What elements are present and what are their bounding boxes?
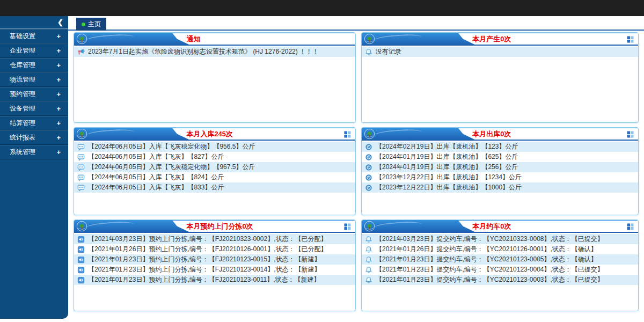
outbound-list-item[interactable]: 【2024年01月19日】出库【废机油】【256】公斤 [362, 162, 638, 172]
topbar [0, 0, 644, 16]
plus-icon: + [56, 90, 61, 98]
plus-icon: + [56, 119, 61, 127]
panel-monthly-vehicle-booking-header: 本月约车0次 [362, 220, 638, 233]
grid-toggle-icon[interactable] [627, 36, 634, 43]
inbound-list-item[interactable]: 【2024年06月05日】入库【飞灰稳定化物】【967.5】公斤 [74, 162, 355, 172]
clock-circle-icon [365, 174, 372, 181]
sidebar-item-label: 基础设置 [10, 32, 35, 41]
sidebar-item-statistics-reports[interactable]: 统计报表 + [0, 130, 68, 145]
sidebar-item-basic-settings[interactable]: 基础设置 + [0, 29, 68, 43]
grid-toggle-icon[interactable] [627, 223, 634, 230]
comment-icon [77, 143, 85, 151]
bell-icon [365, 246, 372, 253]
tab-active-dot-icon [82, 23, 85, 26]
sidebar-item-label: 系统管理 [10, 148, 35, 157]
grid-toggle-icon[interactable] [344, 223, 351, 230]
sidebar-item-label: 统计报表 [10, 133, 35, 142]
outbound-list-item[interactable]: 【2024年02月19日】出库【废机油】【123】公斤 [362, 142, 638, 152]
sidebar-item-reservation-management[interactable]: 预约管理 + [0, 87, 68, 101]
produce-list-item[interactable]: 没有记录 [362, 47, 638, 57]
clock-circle-icon [365, 153, 372, 161]
plus-icon: + [56, 76, 61, 84]
sidebar-item-enterprise-management[interactable]: 企业管理 + [0, 43, 68, 58]
outbound-list-item[interactable]: 【2024年01月19日】出库【废机油】【625】公斤 [362, 152, 638, 162]
vehicle-list-item[interactable]: 【2021年01月23日】提交约车,编号：【YC20210123-0004】,状… [362, 265, 638, 275]
plus-icon: + [56, 134, 61, 142]
sidebar-item-label: 仓库管理 [10, 61, 35, 70]
swoosh-decoration [86, 128, 135, 139]
panel-monthly-produce: 本月产生0次 没有记录 [361, 32, 639, 123]
notice-list-item[interactable]: 2023年7月1日起实施《危险废物识别标志设置技术规范》 (HJ 1276-20… [74, 47, 355, 57]
sorting-list-item[interactable]: 【2021年01月23日】预约上门分拣,编号：【FJ20210123-0014】… [74, 265, 355, 275]
panel-monthly-vehicle-booking-title: 本月约车0次 [458, 222, 511, 231]
speaker-icon [77, 256, 85, 264]
swoosh-decoration [374, 128, 422, 139]
bell-icon [365, 266, 372, 274]
grid-toggle-icon[interactable] [627, 131, 634, 138]
megaphone-icon [77, 48, 85, 56]
swoosh-decoration [86, 221, 135, 231]
clock-circle-icon [365, 143, 372, 151]
collapse-sidebar-icon[interactable]: ❮ [57, 18, 63, 26]
panel-monthly-outbound-header: 本月出库0次 [362, 128, 638, 141]
inbound-list-item[interactable]: 【2024年06月05日】入库【飞灰】【833】公斤 [74, 182, 355, 193]
panel-monthly-inbound-title: 本月入库245次 [172, 129, 233, 139]
sidebar-item-warehouse-management[interactable]: 仓库管理 + [0, 58, 68, 72]
speaker-icon [77, 276, 85, 284]
swoosh-decoration [374, 33, 422, 44]
sorting-list-item[interactable]: 【2021年01月23日】预约上门分拣,编号：【FJ20210123-0011】… [74, 275, 355, 285]
clock-circle-icon [365, 164, 372, 171]
tab-home[interactable]: 主页 [76, 18, 106, 31]
sidebar-item-label: 物流管理 [10, 75, 35, 84]
bell-icon [365, 256, 372, 264]
globe-icon [364, 33, 375, 45]
outbound-list-item[interactable]: 【2023年12月22日】出库【废机油】【1234】公斤 [362, 172, 638, 182]
vehicle-list-item[interactable]: 【2021年03月23日】提交约车,编号：【YC20210323-0008】,状… [362, 234, 638, 244]
sidebar-item-label: 结算管理 [10, 119, 35, 128]
sidebar-item-logistics-management[interactable]: 物流管理 + [0, 72, 68, 87]
panel-notice: 通知 2023年7月1日起实施《危险废物识别标志设置技术规范》 (HJ 1276… [74, 32, 356, 123]
sorting-list-item[interactable]: 【2021年03月23日】预约上门分拣,编号：【FJ20210323-0002】… [74, 234, 355, 244]
bell-icon [365, 236, 372, 243]
comment-icon [77, 164, 85, 171]
sidebar-item-equipment-management[interactable]: 设备管理 + [0, 101, 68, 116]
sidebar-item-settlement-management[interactable]: 结算管理 + [0, 116, 68, 130]
plus-icon: + [56, 32, 61, 40]
panel-monthly-door-sorting-title: 本月预约上门分拣0次 [172, 222, 253, 231]
vehicle-list-item[interactable]: 【2021年01月23日】提交约车,编号：【YC20210123-0005】,状… [362, 254, 638, 265]
panel-monthly-outbound: 本月出库0次 【2024年02月19日】出库【废机油】【123】公斤 【2024… [361, 127, 639, 215]
plus-icon: + [56, 47, 61, 55]
speaker-icon [77, 236, 85, 243]
grid-toggle-icon[interactable] [344, 131, 351, 138]
globe-icon [76, 33, 87, 45]
panel-monthly-door-sorting-header: 本月预约上门分拣0次 [74, 220, 355, 233]
dashboard-content: 通知 2023年7月1日起实施《危险废物识别标志设置技术规范》 (HJ 1276… [74, 32, 639, 311]
plus-icon: + [56, 105, 61, 113]
inbound-list-item[interactable]: 【2024年06月05日】入库【飞灰】【824】公斤 [74, 172, 355, 182]
panel-monthly-inbound-header: 本月入库245次 [74, 128, 355, 141]
panel-monthly-produce-title: 本月产生0次 [458, 34, 511, 44]
sorting-list-item[interactable]: 【2021年01月23日】预约上门分拣,编号：【FJ20210123-0015】… [74, 254, 355, 265]
vehicle-list-item[interactable]: 【2021年01月26日】提交约车,编号：【YC20210126-0001】,状… [362, 244, 638, 254]
panel-monthly-door-sorting: 本月预约上门分拣0次 【2021年03月23日】预约上门分拣,编号：【FJ202… [74, 219, 356, 311]
swoosh-decoration [374, 221, 422, 231]
inbound-list-item[interactable]: 【2024年06月05日】入库【飞灰】【827】公斤 [74, 152, 355, 162]
bell-icon [365, 276, 372, 284]
outbound-list-item[interactable]: 【2023年12月22日】出库【废机油】【1000】公斤 [362, 182, 638, 193]
sidebar-item-system-management[interactable]: 系统管理 + [0, 145, 68, 159]
clock-circle-icon [365, 184, 372, 192]
vehicle-list-item[interactable]: 【2021年01月23日】提交约车,编号：【YC20210123-0003】,状… [362, 275, 638, 285]
sidebar-item-label: 设备管理 [10, 104, 35, 113]
globe-icon [364, 128, 375, 140]
comment-icon [77, 174, 85, 181]
inbound-list-item[interactable]: 【2024年06月05日】入库【飞灰稳定化物】【956.5】公斤 [74, 142, 355, 152]
plus-icon: + [56, 148, 61, 156]
sidebar: ❮ 基础设置 + 企业管理 + 仓库管理 + 物流管理 + 预约管理 + 设备管… [0, 16, 68, 319]
panel-monthly-vehicle-booking: 本月约车0次 【2021年03月23日】提交约车,编号：【YC20210323-… [361, 219, 639, 311]
speaker-icon [77, 246, 85, 253]
panel-monthly-inbound: 本月入库245次 【2024年06月05日】入库【飞灰稳定化物】【956.5】公… [74, 127, 356, 215]
tab-home-label: 主页 [88, 20, 101, 29]
sorting-list-item[interactable]: 【2021年01月26日】预约上门分拣,编号：【FJ20210126-0001】… [74, 244, 355, 254]
speaker-icon [77, 266, 85, 274]
sidebar-item-label: 预约管理 [10, 90, 35, 99]
